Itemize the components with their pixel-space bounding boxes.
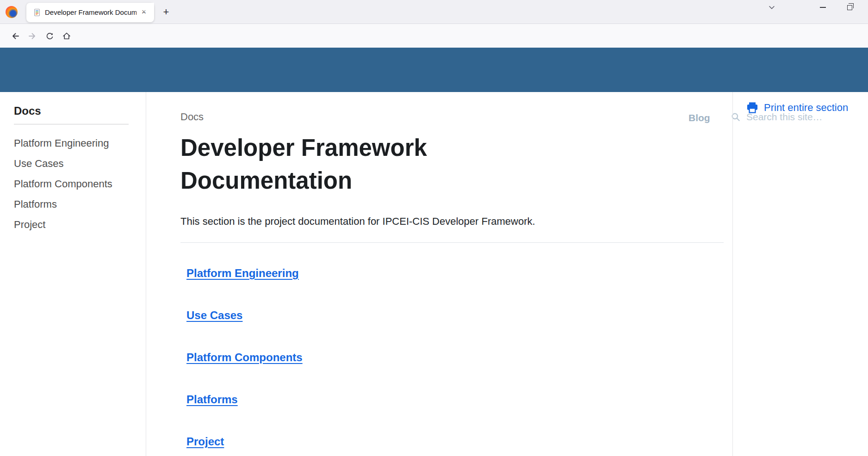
sidebar-heading-docs[interactable]: Docs	[14, 105, 41, 117]
sidebar-divider-line	[14, 124, 129, 124]
firefox-logo-icon	[6, 6, 18, 18]
browser-tab[interactable]: Developer Framework Documentation ×	[26, 3, 154, 22]
nav-item-blog[interactable]: Blog	[688, 112, 710, 123]
printer-icon	[746, 102, 759, 114]
section-link-project[interactable]: Project	[186, 435, 224, 448]
section-link-use-cases[interactable]: Use Cases	[186, 309, 242, 321]
sidebar-item-use-cases[interactable]: Use Cases	[14, 154, 112, 174]
section-links: Platform Engineering Use Cases Platform …	[186, 267, 303, 456]
minimize-button[interactable]	[815, 0, 830, 15]
tab-title: Developer Framework Documentation	[45, 8, 136, 17]
reload-button[interactable]	[42, 28, 57, 44]
new-tab-button[interactable]: +	[159, 6, 173, 19]
sidebar-item-platform-components[interactable]: Platform Components	[14, 174, 112, 194]
page-title: Developer Framework Documentation	[180, 131, 518, 197]
left-sidebar-divider	[146, 92, 146, 456]
tab-list-chevron-down-icon[interactable]	[764, 0, 779, 15]
home-button[interactable]	[59, 28, 74, 44]
print-entire-section-link[interactable]: Print entire section	[746, 102, 848, 114]
sidebar-item-project[interactable]: Project	[14, 215, 112, 235]
browser-toolbar: localhost:1313/docs/ 117% Z	[0, 25, 868, 48]
site-header: IPCEI-CIS Developer Framework Docs Blog	[0, 48, 868, 92]
tab-title-fade	[138, 3, 154, 12]
sidebar-nav: Platform Engineering Use Cases Platform …	[14, 133, 112, 235]
minimize-icon	[820, 7, 826, 8]
content-divider	[180, 242, 724, 243]
restore-icon	[847, 5, 852, 10]
intro-paragraph: This section is the project documentatio…	[180, 216, 535, 228]
browser-tab-strip: Developer Framework Documentation × +	[0, 0, 868, 24]
sidebar-item-platforms[interactable]: Platforms	[14, 194, 112, 215]
right-sidebar-divider	[732, 92, 733, 456]
nav-item-docs[interactable]: Docs	[647, 112, 670, 123]
forward-button[interactable]	[25, 28, 40, 44]
restore-window-button[interactable]	[842, 0, 857, 15]
breadcrumb[interactable]: Docs	[180, 111, 204, 123]
print-entire-section-label: Print entire section	[764, 102, 848, 114]
back-button[interactable]	[7, 28, 23, 44]
section-link-platform-components[interactable]: Platform Components	[186, 351, 303, 364]
section-link-platform-engineering[interactable]: Platform Engineering	[186, 267, 299, 279]
page-favicon-icon	[33, 8, 41, 17]
section-link-platforms[interactable]: Platforms	[186, 393, 238, 406]
sidebar-item-platform-engineering[interactable]: Platform Engineering	[14, 133, 112, 154]
